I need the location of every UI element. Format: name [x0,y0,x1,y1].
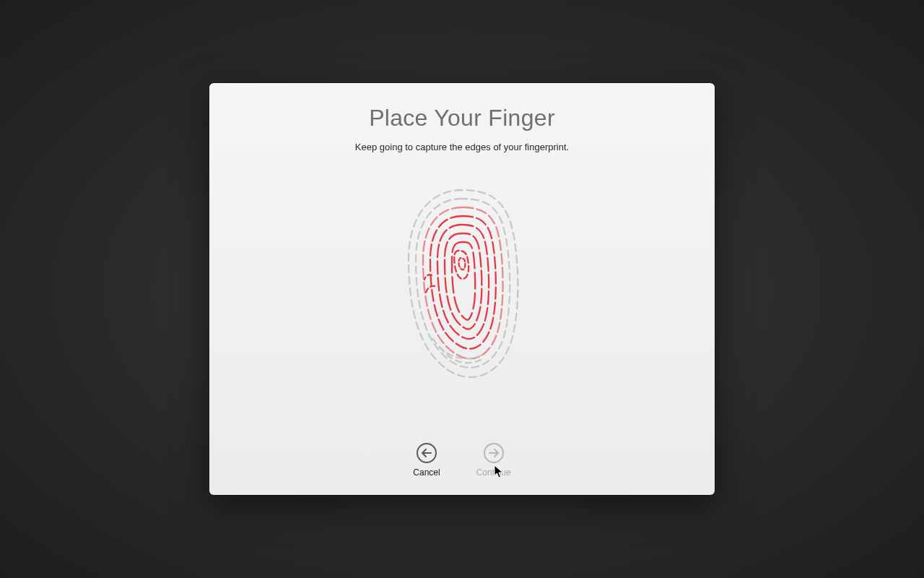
dialog-subtitle: Keep going to capture the edges of your … [355,142,569,152]
continue-label: Continue [476,467,511,478]
arrow-right-icon [484,443,504,463]
cancel-button[interactable]: Cancel [413,443,440,478]
fingerprint-icon [397,181,527,384]
dialog-title: Place Your Finger [369,105,555,131]
dialog-button-row: Cancel Continue [413,443,510,478]
continue-button: Continue [476,443,511,478]
arrow-left-icon [417,443,437,463]
touch-id-setup-dialog: Place Your Finger Keep going to capture … [209,83,715,495]
cancel-label: Cancel [413,467,440,478]
